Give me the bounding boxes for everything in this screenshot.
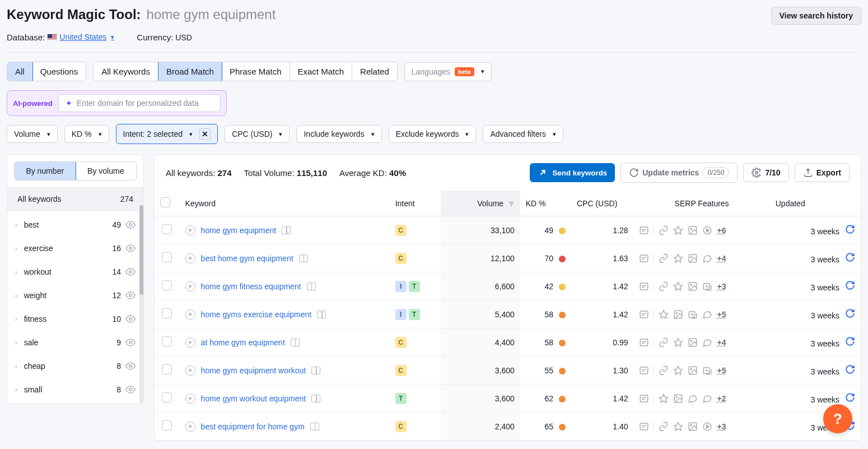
row-checkbox[interactable] (162, 336, 172, 346)
column-intent[interactable]: Intent (390, 191, 441, 216)
match-tab-phrase-match[interactable]: Phrase Match (222, 62, 290, 81)
add-keyword-icon[interactable]: + (185, 281, 195, 291)
refresh-row-icon[interactable] (845, 336, 855, 346)
kd-filter[interactable]: KD %▾ (64, 125, 109, 143)
database-selector[interactable]: United States ▾ (47, 33, 114, 41)
exclude-keywords-filter[interactable]: Exclude keywords▾ (389, 125, 477, 143)
all-keywords-row[interactable]: All keywords 274 (7, 187, 143, 211)
sidebar-group-best[interactable]: ›best 49 (7, 213, 143, 237)
serp-features-more[interactable]: +4 (717, 338, 726, 347)
refresh-row-icon[interactable] (845, 224, 855, 234)
refresh-row-icon[interactable] (845, 364, 855, 374)
column-serp[interactable]: SERP Features (633, 191, 769, 216)
serp-overview-icon[interactable] (639, 253, 649, 263)
add-keyword-icon[interactable]: + (185, 337, 195, 348)
row-checkbox[interactable] (162, 280, 172, 290)
help-fab-button[interactable]: ? (823, 404, 852, 433)
keyword-link[interactable]: best home gym equipment (201, 254, 293, 263)
column-volume[interactable]: Volume (441, 191, 520, 216)
clear-intent-icon[interactable]: ✕ (199, 128, 211, 140)
serp-features-more[interactable]: +5 (717, 366, 726, 375)
match-tab-broad-match[interactable]: Broad Match (158, 62, 222, 81)
keyword-link[interactable]: home gym equipment workout (201, 366, 306, 375)
serp-features-more[interactable]: +5 (717, 310, 726, 319)
keyword-link[interactable]: home gym fitness equipment (201, 282, 301, 291)
add-keyword-icon[interactable]: + (185, 422, 195, 432)
serp-overview-icon[interactable] (639, 309, 649, 320)
add-keyword-icon[interactable]: + (185, 365, 195, 376)
serp-overview-icon[interactable] (639, 422, 649, 432)
select-all-checkbox[interactable] (160, 197, 170, 207)
languages-dropdown[interactable]: Languages beta ▾ (404, 62, 492, 81)
send-keywords-button[interactable]: Send keywords (530, 163, 615, 182)
sidebar-group-exercise[interactable]: ›exercise 16 (7, 237, 143, 260)
row-checkbox[interactable] (162, 224, 172, 234)
advanced-filters[interactable]: Advanced filters▾ (483, 125, 563, 143)
match-tab-related[interactable]: Related (352, 62, 397, 81)
add-keyword-icon[interactable]: + (185, 253, 195, 263)
sidebar-group-sale[interactable]: ›sale 9 (7, 331, 143, 354)
sidebar-group-workout[interactable]: ›workout 14 (7, 260, 143, 284)
match-tab-exact-match[interactable]: Exact Match (290, 62, 353, 81)
serp-features-more[interactable]: +4 (717, 254, 726, 263)
refresh-row-icon[interactable] (845, 392, 855, 402)
open-serp-icon[interactable] (299, 254, 308, 262)
sidebar-group-fitness[interactable]: ›fitness 10 (7, 307, 143, 331)
refresh-row-icon[interactable] (845, 280, 855, 290)
serp-overview-icon[interactable] (639, 225, 649, 235)
row-checkbox[interactable] (162, 364, 172, 374)
add-keyword-icon[interactable]: + (185, 225, 195, 235)
open-serp-icon[interactable] (291, 339, 300, 346)
scope-tab-questions[interactable]: Questions (32, 62, 86, 81)
add-keyword-icon[interactable]: + (185, 394, 195, 404)
column-keyword[interactable]: Keyword (180, 191, 390, 216)
open-serp-icon[interactable] (307, 283, 316, 290)
serp-overview-icon[interactable] (639, 281, 649, 291)
serp-overview-icon[interactable] (639, 365, 649, 376)
column-updated[interactable]: Updated (770, 191, 861, 216)
keyword-link[interactable]: at home gym equipment (201, 338, 285, 347)
row-checkbox[interactable] (162, 420, 172, 431)
row-checkbox[interactable] (162, 308, 172, 318)
serp-features-more[interactable]: +6 (717, 226, 726, 235)
match-tab-all-keywords[interactable]: All Keywords (94, 62, 158, 81)
scope-tab-all[interactable]: All (7, 62, 33, 81)
column-cpc[interactable]: CPC (USD) (571, 191, 634, 216)
open-serp-icon[interactable] (282, 226, 291, 234)
open-serp-icon[interactable] (317, 311, 326, 318)
sidebar-group-cheap[interactable]: ›cheap 8 (7, 354, 143, 378)
serp-overview-icon[interactable] (639, 337, 649, 348)
serp-features-more[interactable]: +2 (717, 394, 726, 403)
settings-button[interactable]: 7/10 (743, 163, 788, 182)
sidebar-group-weight[interactable]: ›weight 12 (7, 284, 143, 307)
update-metrics-button[interactable]: Update metrics 0/250 (620, 163, 738, 183)
open-serp-icon[interactable] (311, 395, 320, 402)
serp-features-more[interactable]: +3 (717, 422, 726, 431)
row-checkbox[interactable] (162, 252, 172, 262)
serp-features-more[interactable]: +3 (717, 282, 726, 291)
by-number-tab[interactable]: By number (14, 161, 76, 180)
cpc-filter[interactable]: CPC (USD)▾ (225, 125, 290, 143)
keyword-link[interactable]: home gyms exercise equipment (201, 310, 312, 319)
column-kd[interactable]: KD % (520, 191, 571, 216)
intent-filter[interactable]: Intent: 2 selected▾✕ (116, 124, 218, 144)
sidebar-scrollbar[interactable] (139, 205, 143, 404)
keyword-link[interactable]: home gym equipment (201, 226, 277, 235)
row-checkbox[interactable] (162, 392, 172, 402)
open-serp-icon[interactable] (310, 423, 319, 431)
add-keyword-icon[interactable]: + (185, 309, 195, 320)
keyword-link[interactable]: best equipment for home gym (201, 422, 305, 431)
include-keywords-filter[interactable]: Include keywords▾ (296, 125, 381, 143)
view-history-button[interactable]: View search history (771, 7, 861, 25)
serp-overview-icon[interactable] (639, 394, 649, 404)
export-button[interactable]: Export (795, 163, 850, 182)
keyword-link[interactable]: home gym workout equipment (201, 394, 306, 403)
by-volume-tab[interactable]: By volume (76, 162, 137, 180)
ai-domain-input[interactable]: ✦ Enter domain for personalized data (58, 94, 221, 112)
sidebar-group-small[interactable]: ›small 8 (7, 378, 143, 401)
serp-image-icon (673, 309, 683, 320)
open-serp-icon[interactable] (311, 367, 320, 374)
refresh-row-icon[interactable] (845, 308, 855, 318)
refresh-row-icon[interactable] (845, 252, 855, 262)
volume-filter[interactable]: Volume▾ (7, 125, 58, 143)
